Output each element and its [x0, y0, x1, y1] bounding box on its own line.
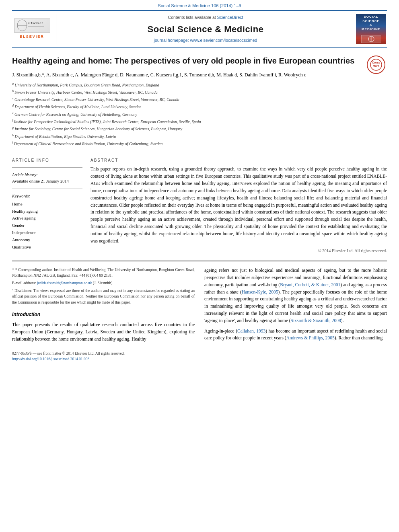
footer-issn-block: 0277-9536/$ — see front matter © 2014 El…: [12, 351, 125, 362]
journal-title-block: Contents lists available at ScienceDirec…: [60, 14, 351, 44]
svg-text:Cross: Cross: [372, 61, 380, 64]
footnotes-section: * * Corresponding author. Institute of H…: [12, 267, 195, 305]
article-info-heading: ARTICLE INFO: [12, 157, 82, 163]
affiliation-i: i Department of Clinical Neuroscience an…: [12, 140, 387, 147]
affiliation-e: e German Centre for Research on Ageing, …: [12, 111, 387, 118]
keywords-section: Keywords: Home Healthy ageing Active age…: [12, 193, 82, 251]
ref-link-4[interactable]: Callahan, 1993: [237, 329, 265, 333]
keyword-autonomy: Autonomy: [12, 236, 82, 244]
article-history: Article history: Available online 21 Jan…: [12, 172, 82, 185]
intro-para-right-1: ageing refers not just to biological and…: [204, 267, 387, 325]
main-content: Healthy ageing and home: The perspective…: [12, 48, 387, 362]
affiliation-f: f Institute for Prospective Technologica…: [12, 118, 387, 125]
body-right-col: ageing refers not just to biological and…: [204, 267, 387, 362]
keyword-independence: Independence: [12, 229, 82, 236]
footer-bottom: 0277-9536/$ — see front matter © 2014 El…: [12, 348, 195, 362]
article-title-block: Healthy ageing and home: The perspective…: [12, 55, 387, 66]
copyright-line: © 2014 Elsevier Ltd. All rights reserved…: [90, 248, 387, 254]
affiliation-a: a University of Northampton, Park Campus…: [12, 82, 387, 88]
footer-issn: 0277-9536/$ — see front matter © 2014 El…: [12, 351, 125, 356]
keywords-list: Home Healthy ageing Active ageing Gender…: [12, 201, 82, 251]
affiliation-b: b Simon Fraser University, Harbour Centr…: [12, 89, 387, 96]
abstract-text: This paper reports on in-depth research,…: [90, 166, 387, 244]
svg-text:Mark: Mark: [373, 64, 379, 67]
keywords-label: Keywords:: [12, 193, 82, 199]
ref-link-1[interactable]: Bryant, Corbett, & Kutner, 2001: [280, 282, 340, 287]
crossmark-badge[interactable]: Cross Mark: [367, 55, 387, 76]
affiliation-d: d Department of Health Sciences, Faculty…: [12, 103, 387, 110]
body-left-col: * * Corresponding author. Institute of H…: [12, 267, 195, 362]
intro-para-left: This paper presents the results of quali…: [12, 321, 195, 343]
journal-title: Social Science & Medicine: [148, 23, 264, 36]
journal-reference: Social Science & Medicine 106 (2014) 1–9: [158, 3, 241, 8]
keyword-home: Home: [12, 201, 82, 208]
journal-header: Elsevier ELSEVIER Contents lists availab…: [12, 10, 387, 48]
article-info-col: ARTICLE INFO Article history: Available …: [12, 157, 82, 254]
keyword-healthy-ageing: Healthy ageing: [12, 208, 82, 215]
contents-label: Contents lists available at: [168, 15, 216, 20]
ref-link-5[interactable]: Andrews & Phillips, 2005: [286, 335, 335, 340]
authors-line: J. Sixsmith a,b,*, A. Sixsmith c, A. Mal…: [12, 71, 387, 78]
footer-doi[interactable]: http://dx.doi.org/10.1016/j.socscimed.20…: [12, 356, 125, 362]
body-section: * * Corresponding author. Institute of H…: [12, 267, 387, 362]
sciencedirect-link[interactable]: ScienceDirect: [217, 15, 243, 20]
doi-link[interactable]: http://dx.doi.org/10.1016/j.socscimed.20…: [12, 357, 89, 361]
authors-text: J. Sixsmith a,b,*, A. Sixsmith c, A. Mal…: [12, 72, 306, 78]
affiliations-block: a University of Northampton, Park Campus…: [12, 82, 387, 148]
elsevier-logo-block: Elsevier ELSEVIER: [12, 14, 56, 44]
intro-para-right-2: Ageing-in-place (Callahan, 1993) has bec…: [204, 328, 387, 342]
section-divider: [12, 153, 387, 153]
affiliation-c: c Gerontology Research Centre, Simon Fra…: [12, 96, 387, 103]
info-divider: [12, 167, 82, 168]
elsevier-wordmark: ELSEVIER: [20, 34, 44, 40]
elsevier-logo-img: Elsevier: [14, 18, 50, 33]
journal-homepage: journal homepage: www.elsevier.com/locat…: [154, 37, 257, 44]
info-abstract-columns: ARTICLE INFO Article history: Available …: [12, 157, 387, 254]
history-label: Article history:: [12, 172, 82, 178]
body-divider: [12, 261, 387, 261]
ref-link-3[interactable]: Sixsmith & Sixsmith, 2008: [291, 318, 341, 323]
keyword-gender: Gender: [12, 222, 82, 229]
footnote-corresponding: * * Corresponding author. Institute of H…: [12, 267, 195, 279]
affiliation-h: h Department of Rehabilitation, Riga Str…: [12, 133, 387, 140]
footnote-email-link[interactable]: judith.sixsmith@northampton.ac.uk: [37, 281, 92, 285]
journal-top-bar: Social Science & Medicine 106 (2014) 1–9: [0, 0, 399, 10]
keyword-active-ageing: Active ageing: [12, 215, 82, 222]
abstract-col: ABSTRACT This paper reports on in-depth …: [90, 157, 387, 254]
available-online: Available online 21 January 2014: [12, 178, 82, 185]
contents-line: Contents lists available at ScienceDirec…: [168, 14, 243, 21]
article-title: Healthy ageing and home: The perspective…: [12, 56, 354, 65]
footnote-disclaimer: 1 Disclaimer: The views expressed are th…: [12, 288, 195, 305]
abstract-heading: ABSTRACT: [90, 157, 387, 163]
affiliation-g: g Institute for Sociology, Centre for So…: [12, 125, 387, 132]
crossmark-inner: Cross Mark: [367, 55, 385, 74]
journal-thumbnail: SOCIALSCIENCE&MEDICINE: [351, 14, 387, 44]
svg-text:Elsevier: Elsevier: [28, 21, 43, 25]
svg-rect-3: [28, 26, 44, 27]
ref-link-2[interactable]: Hansen-Kyle, 2005: [242, 290, 278, 294]
intro-heading: Introduction: [12, 311, 195, 318]
journal-cover-thumb: SOCIALSCIENCE&MEDICINE: [356, 14, 386, 44]
footnote-email: E-mail address: judith.sixsmith@northamp…: [12, 280, 195, 286]
keyword-qualitative: Qualitative: [12, 244, 82, 251]
keywords-divider: [12, 189, 82, 189]
